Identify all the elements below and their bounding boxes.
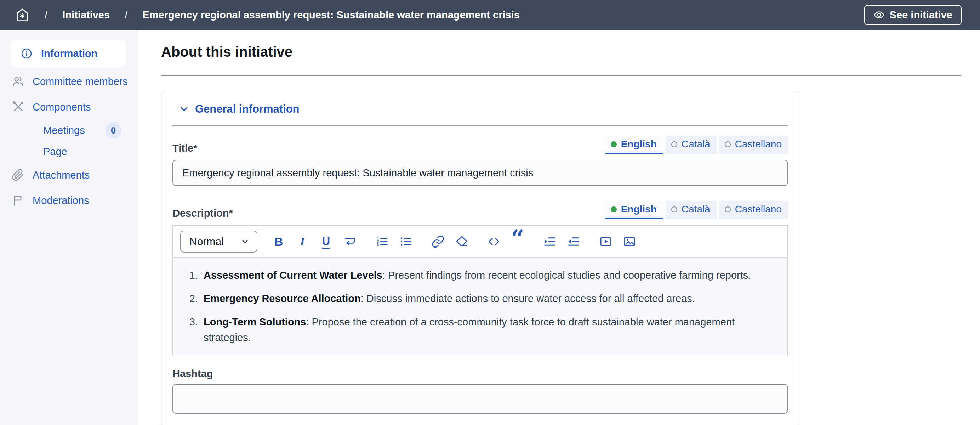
indent-decrease-button[interactable]	[565, 232, 582, 251]
flag-icon	[11, 194, 25, 207]
see-initiative-button[interactable]: See initiative	[864, 5, 962, 25]
count-badge: 0	[105, 122, 121, 138]
video-icon	[599, 235, 612, 248]
line-break-button[interactable]	[341, 232, 359, 251]
language-tab-english[interactable]: English	[605, 136, 663, 154]
sidebar-item-label: Page	[43, 146, 67, 158]
link-button[interactable]	[429, 232, 447, 251]
sidebar: InformationCommittee membersComponentsMe…	[0, 30, 138, 425]
italic-button[interactable]: I	[293, 232, 311, 251]
quote-icon: “	[511, 236, 524, 247]
list-item-text: : Present findings from recent ecologica…	[382, 269, 751, 281]
section-divider	[172, 126, 788, 126]
sidebar-item-committee-members[interactable]: Committee members	[0, 69, 138, 94]
language-tab-label: Català	[681, 204, 710, 215]
chevron-down-icon	[240, 237, 250, 246]
hashtag-input[interactable]	[172, 384, 788, 414]
description-list-item: Long-Term Solutions: Propose the creatio…	[201, 314, 777, 345]
sidebar-item-components[interactable]: Components	[0, 94, 138, 120]
description-list: Assessment of Current Water Levels: Pres…	[173, 267, 777, 345]
language-tab-english[interactable]: English	[605, 201, 663, 219]
hashtag-label: Hashtag	[172, 368, 788, 380]
video-button[interactable]	[597, 232, 615, 251]
translation-complete-dot-icon	[611, 207, 617, 212]
translation-empty-circle-icon	[671, 207, 677, 212]
list-item-text: : Discuss immediate actions to ensure wa…	[361, 293, 695, 304]
svg-text:3: 3	[377, 243, 379, 247]
format-select[interactable]: Normal	[180, 231, 258, 253]
list-item-bold-text: Emergency Resource Allocation	[204, 293, 361, 304]
title-input[interactable]	[172, 160, 788, 186]
title-language-tabs: EnglishCatalàCastellano	[605, 136, 788, 154]
breadcrumb-item-initiatives[interactable]: Initiatives	[62, 9, 110, 21]
underline-icon: U	[322, 236, 330, 248]
sidebar-item-label: Attachments	[33, 169, 89, 181]
sidebar-item-label: Meetings	[43, 125, 85, 136]
sidebar-item-meetings[interactable]: Meetings0	[0, 120, 138, 141]
ordered-list-button[interactable]: 123	[373, 232, 391, 251]
editor-toolbar: Normal BIU123“	[173, 226, 788, 258]
translation-empty-circle-icon	[725, 207, 731, 212]
indent-decrease-icon	[567, 235, 580, 248]
breadcrumb-separator: /	[45, 9, 48, 21]
unordered-list-button[interactable]	[397, 232, 415, 251]
home-icon[interactable]	[15, 8, 30, 22]
bold-button[interactable]: B	[270, 232, 288, 251]
language-tab-catala[interactable]: Català	[666, 136, 717, 154]
tools-icon	[11, 100, 25, 113]
sidebar-item-label: Components	[33, 101, 91, 113]
clear-format-icon	[455, 235, 468, 248]
language-tab-castellano[interactable]: Castellano	[719, 201, 788, 219]
list-item-bold-text: Assessment of Current Water Levels	[204, 269, 382, 281]
users-icon	[11, 75, 25, 88]
description-label: Description*	[172, 207, 233, 219]
sidebar-item-moderations[interactable]: Moderations	[0, 188, 138, 213]
underline-button[interactable]: U	[317, 232, 335, 251]
language-tab-castellano[interactable]: Castellano	[719, 136, 788, 154]
sidebar-item-attachments[interactable]: Attachments	[0, 162, 138, 188]
title-label: Title*	[172, 142, 197, 154]
line-break-icon	[343, 235, 356, 248]
sidebar-item-page[interactable]: Page	[0, 141, 138, 162]
description-list-item: Assessment of Current Water Levels: Pres…	[201, 267, 777, 283]
rich-text-editor: Normal BIU123“ Assessment of Current Wat…	[172, 225, 788, 355]
description-list-item: Emergency Resource Allocation: Discuss i…	[201, 291, 777, 306]
quote-button[interactable]: “	[509, 232, 527, 251]
sidebar-item-label: Moderations	[33, 195, 89, 207]
translation-complete-dot-icon	[611, 141, 617, 147]
code-button[interactable]	[485, 232, 503, 251]
link-icon	[431, 235, 445, 248]
unordered-list-icon	[399, 235, 412, 248]
page-title: About this initiative	[161, 44, 961, 60]
sidebar-item-label: Committee members	[33, 76, 128, 88]
ordered-list-icon: 123	[375, 235, 389, 248]
indent-increase-button[interactable]	[541, 232, 559, 251]
language-tab-label: English	[621, 138, 657, 150]
image-icon	[623, 235, 636, 248]
breadcrumb-current: Emergency regional assembly request: Sus…	[142, 9, 519, 21]
topbar: / Initiatives / Emergency regional assem…	[0, 0, 980, 30]
main-content: About this initiative General informatio…	[138, 30, 980, 425]
general-information-toggle[interactable]: General information	[172, 103, 788, 115]
breadcrumb-separator: /	[125, 9, 127, 21]
sidebar-item-information[interactable]: Information	[11, 40, 126, 67]
indent-increase-icon	[543, 235, 557, 248]
bold-icon: B	[274, 235, 283, 248]
language-tab-catala[interactable]: Català	[666, 201, 717, 219]
language-tab-label: English	[621, 204, 657, 215]
editor-content[interactable]: Assessment of Current Water Levels: Pres…	[173, 258, 788, 355]
paperclip-icon	[11, 169, 25, 181]
info-icon	[20, 47, 33, 60]
description-language-tabs: EnglishCatalàCastellano	[605, 201, 788, 219]
image-button[interactable]	[620, 232, 638, 251]
chevron-down-icon	[179, 104, 189, 115]
eye-icon	[873, 9, 885, 21]
list-item-bold-text: Long-Term Solutions	[204, 316, 306, 328]
language-tab-label: Castellano	[735, 204, 782, 215]
sidebar-item-label: Information	[41, 48, 98, 59]
italic-icon: I	[300, 235, 304, 248]
code-icon	[487, 235, 501, 248]
clear-format-button[interactable]	[453, 232, 471, 251]
title-divider	[161, 75, 961, 76]
translation-empty-circle-icon	[671, 141, 677, 147]
